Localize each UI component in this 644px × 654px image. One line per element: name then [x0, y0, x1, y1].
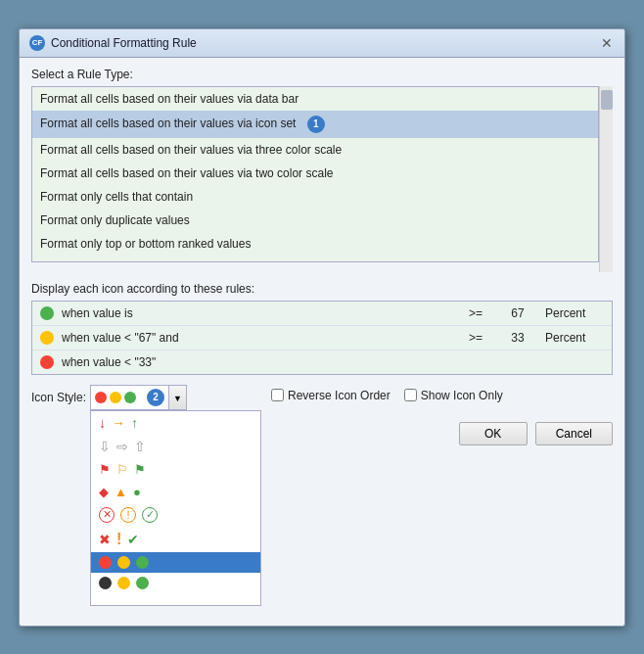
- dp-icon-0-0: ↓: [99, 415, 106, 431]
- dp-icon-3-1: ▲: [115, 485, 127, 499]
- rule-text-1: when value < "67" and: [62, 331, 453, 345]
- dp-icon-5-2: ✔: [127, 532, 139, 547]
- dp-icon-6-0: [99, 556, 112, 569]
- icon-text: CF: [32, 38, 43, 47]
- title-bar: CF Conditional Formatting Rule ✕: [20, 29, 624, 58]
- icon-red: [40, 355, 54, 369]
- show-icon-only-label[interactable]: Show Icon Only: [404, 389, 503, 402]
- rule-item-5[interactable]: Format only duplicate values: [32, 209, 598, 232]
- dp-icon-5-0: ✖: [99, 532, 111, 547]
- icon-rule-row-2: when value < "33": [32, 350, 612, 374]
- cancel-button[interactable]: Cancel: [535, 422, 613, 445]
- icon-rules-table: when value is >= 67 Percent when value <…: [31, 301, 613, 375]
- dp-row-0[interactable]: ↓ → ↑: [91, 411, 260, 435]
- buttons-area: OK Cancel: [271, 422, 613, 445]
- rule-op-0: >=: [461, 306, 490, 320]
- dp-row-5[interactable]: ✖ ! ✔: [91, 527, 260, 552]
- rule-item-7[interactable]: Format only unique values: [32, 256, 598, 262]
- show-icon-only-text: Show Icon Only: [421, 389, 503, 402]
- rule-item-1-text: Format all cells based on their values v…: [40, 117, 296, 130]
- dp-icon-6-2: [136, 556, 149, 569]
- dp-icon-2-2: ⚑: [134, 462, 146, 477]
- dp-icon-0-1: →: [112, 415, 125, 431]
- dialog-icon: CF: [29, 35, 45, 51]
- conditional-formatting-dialog: CF Conditional Formatting Rule ✕ Select …: [19, 28, 625, 627]
- rule-text-0: when value is: [62, 306, 453, 320]
- rule-item-3[interactable]: Format all cells based on their values v…: [32, 162, 598, 185]
- dp-icon-2-1: ⚐: [116, 462, 128, 477]
- dialog-title: Conditional Formatting Rule: [51, 36, 197, 50]
- checkboxes-area: Reverse Icon Order Show Icon Only: [271, 385, 613, 402]
- dp-icon-7-2: [136, 577, 149, 589]
- chevron-down-icon: ▼: [173, 394, 182, 403]
- icon-yellow: [40, 331, 54, 345]
- rule-item-4[interactable]: Format only cells that contain: [32, 185, 598, 209]
- icon-circle-y: [110, 392, 121, 403]
- dp-icon-1-0: ⇩: [99, 439, 111, 454]
- dp-row-2[interactable]: ⚑ ⚐ ⚑: [91, 458, 260, 481]
- dp-row-7[interactable]: [91, 573, 260, 593]
- dp-icon-0-2: ↑: [131, 415, 138, 431]
- reverse-icon-order-label[interactable]: Reverse Icon Order: [271, 389, 391, 402]
- dp-icon-4-2: ✓: [142, 507, 158, 523]
- dp-icon-7-0: [99, 577, 112, 589]
- dp-icon-1-2: ⇧: [134, 439, 146, 454]
- icon-style-dropdown-panel[interactable]: ↓ → ↑ ⇩ ⇨ ⇧ ⚑ ⚐: [90, 410, 261, 606]
- rule-val-1: 33: [498, 331, 537, 345]
- icon-style-area: Icon Style: 2 ▼: [31, 385, 261, 606]
- rule-item-0[interactable]: Format all cells based on their values v…: [32, 87, 598, 111]
- icon-style-badge: 2: [147, 389, 164, 406]
- icon-style-selector-row: 2 ▼: [90, 385, 187, 410]
- dp-row-3[interactable]: ◆ ▲ ●: [91, 481, 260, 503]
- rule-op-1: >=: [461, 331, 490, 345]
- dp-icon-4-1: !: [120, 507, 136, 523]
- dp-icon-5-1: !: [116, 531, 121, 548]
- icon-circle-r: [95, 392, 107, 403]
- rule-unit-0: Percent: [545, 306, 604, 320]
- rule-type-list[interactable]: Format all cells based on their values v…: [31, 86, 599, 262]
- rule-list-scrollbar[interactable]: [599, 86, 613, 272]
- ok-button[interactable]: OK: [459, 422, 528, 445]
- rule-item-1-badge: 1: [307, 116, 325, 133]
- dp-row-4[interactable]: ✕ ! ✓: [91, 503, 260, 527]
- reverse-icon-order-checkbox[interactable]: [271, 389, 284, 401]
- dp-icon-3-2: ●: [133, 485, 141, 499]
- icon-circle-g: [124, 392, 136, 403]
- icon-style-selector[interactable]: 2: [90, 385, 169, 410]
- show-icon-only-checkbox[interactable]: [404, 389, 417, 401]
- dp-icon-2-0: ⚑: [99, 462, 111, 477]
- right-side: Reverse Icon Order Show Icon Only OK Can…: [271, 385, 613, 445]
- rule-type-label: Select a Rule Type:: [31, 68, 613, 81]
- icon-green: [40, 306, 54, 320]
- dialog-body: Select a Rule Type: Format all cells bas…: [20, 58, 624, 626]
- rule-item-1[interactable]: Format all cells based on their values v…: [32, 111, 598, 138]
- dp-icon-1-1: ⇨: [116, 439, 128, 454]
- reverse-icon-order-text: Reverse Icon Order: [288, 389, 391, 402]
- close-button[interactable]: ✕: [599, 35, 615, 51]
- dp-row-6[interactable]: [91, 552, 260, 573]
- icon-style-label: Icon Style:: [31, 385, 86, 410]
- rule-val-0: 67: [498, 306, 537, 320]
- rule-item-2[interactable]: Format all cells based on their values v…: [32, 138, 598, 162]
- icon-rule-row-0: when value is >= 67 Percent: [32, 302, 612, 326]
- rule-text-2: when value < "33": [62, 355, 453, 369]
- rule-unit-1: Percent: [545, 331, 604, 345]
- icon-rule-row-1: when value < "67" and >= 33 Percent: [32, 326, 612, 350]
- dp-row-1[interactable]: ⇩ ⇨ ⇧: [91, 435, 260, 458]
- display-section-label: Display each icon according to these rul…: [31, 282, 613, 296]
- dp-icon-3-0: ◆: [99, 485, 109, 499]
- icon-style-dropdown-btn[interactable]: ▼: [169, 385, 187, 410]
- dp-icon-7-1: [117, 577, 130, 589]
- dp-icon-6-1: [117, 556, 130, 569]
- icon-style-dropdown-wrapper: 2 ▼ ↓ → ↑: [90, 385, 261, 606]
- icon-style-row: Icon Style: 2 ▼: [31, 385, 613, 606]
- rule-item-6[interactable]: Format only top or bottom ranked values: [32, 232, 598, 256]
- dp-icon-4-0: ✕: [99, 507, 115, 523]
- rule-type-container: Format all cells based on their values v…: [31, 86, 613, 272]
